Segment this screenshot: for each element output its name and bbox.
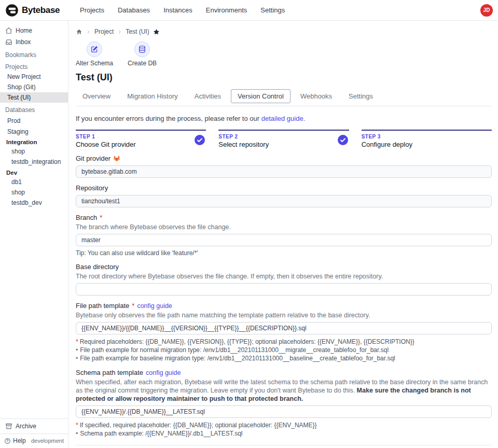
schema-path-template-help: When specified, after each migration, By… bbox=[76, 378, 492, 403]
file-path-template-notes: *Required placeholders: {{DB_NAME}}, {{V… bbox=[76, 338, 492, 362]
base-directory-help: The root directory where Bytebase observ… bbox=[76, 272, 492, 281]
nav-projects[interactable]: Projects bbox=[80, 6, 104, 14]
step-3-label: STEP 3 bbox=[362, 134, 492, 139]
git-provider-field: Git provider bbox=[76, 155, 492, 178]
sidebar-env-dev: Dev bbox=[0, 167, 68, 177]
check-circle-icon bbox=[195, 135, 205, 145]
alter-schema-button[interactable]: Alter Schema bbox=[76, 41, 113, 67]
breadcrumb: Project Test (UI) bbox=[76, 28, 492, 35]
bytebase-logo[interactable]: Bytebase bbox=[5, 4, 72, 17]
git-provider-input[interactable] bbox=[76, 165, 492, 178]
required-asterisk: * bbox=[100, 214, 102, 222]
sidebar-section-databases[interactable]: Databases bbox=[0, 103, 68, 115]
inbox-icon bbox=[5, 38, 12, 46]
main-content: Project Test (UI) Alter Schema Create DB bbox=[68, 21, 498, 447]
sidebar-item-test-ui[interactable]: Test (UI) bbox=[0, 92, 68, 103]
sidebar-section-bookmarks[interactable]: Bookmarks bbox=[0, 48, 68, 60]
edit-schema-icon bbox=[87, 41, 102, 57]
help-icon bbox=[4, 438, 11, 444]
asterisk-mark: * bbox=[76, 338, 78, 345]
file-path-template-field: File path template * config guide Byteba… bbox=[76, 302, 492, 362]
branch-input[interactable] bbox=[76, 234, 492, 246]
sidebar-item-inbox[interactable]: Inbox bbox=[0, 36, 68, 48]
branch-tip: Tip: You can also use wildcard like 'fea… bbox=[76, 249, 492, 257]
required-asterisk: * bbox=[132, 302, 134, 310]
user-avatar[interactable]: JD bbox=[480, 4, 493, 17]
gitlab-icon bbox=[113, 155, 120, 162]
error-help-notice: If you encounter errors during the proce… bbox=[76, 115, 492, 122]
step-1-title: Choose Git provider bbox=[76, 141, 206, 148]
nav-settings[interactable]: Settings bbox=[260, 6, 285, 14]
sidebar-item-home[interactable]: Home bbox=[0, 25, 68, 36]
detailed-guide-link[interactable]: detailed guide. bbox=[261, 115, 306, 122]
branch-label: Branch bbox=[76, 214, 97, 222]
step-1-label: STEP 1 bbox=[76, 134, 206, 139]
step-3-title: Configure deploy bbox=[362, 141, 492, 148]
bullet-mark: • bbox=[76, 346, 78, 354]
sidebar-db-db1[interactable]: db1 bbox=[0, 177, 68, 187]
sidebar-item-archive[interactable]: Archive bbox=[0, 419, 68, 433]
sidebar-home-label: Home bbox=[16, 27, 32, 34]
schema-path-template-notes: *If specified, required placeholder: {{D… bbox=[76, 421, 492, 438]
sidebar-db-shop-dev[interactable]: shop bbox=[0, 187, 68, 198]
file-path-example-baseline: •File path example for baseline migratio… bbox=[76, 354, 492, 362]
tab-overview[interactable]: Overview bbox=[76, 89, 117, 103]
nav-instances[interactable]: Instances bbox=[163, 6, 192, 14]
help-button[interactable]: Help bbox=[4, 437, 26, 444]
tab-webhooks[interactable]: Webhooks bbox=[294, 89, 339, 103]
bullet-mark: • bbox=[76, 355, 78, 362]
sidebar-db-testdb-dev[interactable]: testdb_dev bbox=[0, 198, 68, 208]
file-path-template-label: File path template bbox=[76, 302, 129, 310]
quick-actions: Alter Schema Create DB bbox=[76, 41, 492, 67]
sidebar-item-new-project[interactable]: New Project bbox=[0, 72, 68, 82]
tab-bar: Overview Migration History Activities Ve… bbox=[76, 89, 492, 106]
file-path-template-input[interactable] bbox=[76, 322, 492, 334]
star-icon[interactable] bbox=[153, 29, 160, 35]
schema-path-template-input[interactable] bbox=[76, 405, 492, 418]
schema-path-example: •Schema path example: /{{ENV_NAME}}/.db1… bbox=[76, 429, 492, 438]
step-1-choose-git-provider: STEP 1 Choose Git provider bbox=[76, 130, 206, 148]
base-directory-field: Base directory The root directory where … bbox=[76, 263, 492, 296]
schema-path-required-note: *If specified, required placeholder: {{D… bbox=[76, 421, 492, 429]
base-directory-input[interactable] bbox=[76, 283, 492, 296]
sidebar-env-prod: Prod bbox=[0, 115, 68, 125]
sidebar-db-shop-integration[interactable]: shop bbox=[0, 146, 68, 157]
create-db-button[interactable]: Create DB bbox=[128, 41, 157, 67]
sidebar-db-testdb-integration[interactable]: testdb_integration bbox=[0, 157, 68, 167]
asterisk-mark: * bbox=[76, 422, 78, 429]
notice-text: If you encounter errors during the proce… bbox=[76, 115, 261, 122]
database-icon bbox=[134, 41, 150, 57]
nav-environments[interactable]: Environments bbox=[206, 6, 247, 14]
file-path-example-normal: •File path example for normal migration … bbox=[76, 346, 492, 354]
sidebar-item-shop-git[interactable]: Shop (Git) bbox=[0, 82, 68, 92]
file-path-example-baseline-text: File path example for baseline migration… bbox=[80, 355, 395, 362]
sidebar-section-projects[interactable]: Projects bbox=[0, 60, 68, 72]
archive-icon bbox=[5, 423, 12, 430]
file-path-template-help: Bytebase only observes the file path nam… bbox=[76, 311, 492, 319]
branch-help: The branch where Bytebase observes the f… bbox=[76, 223, 492, 231]
check-circle-icon bbox=[338, 135, 348, 145]
step-2-select-repository: STEP 2 Select repository bbox=[218, 130, 349, 148]
tab-activities[interactable]: Activities bbox=[188, 89, 228, 103]
schema-path-config-guide-link[interactable]: config guide bbox=[146, 369, 181, 377]
home-icon bbox=[5, 27, 12, 34]
file-path-config-guide-link[interactable]: config guide bbox=[137, 302, 172, 310]
brand-name: Bytebase bbox=[22, 5, 60, 16]
file-path-required-note: *Required placeholders: {{DB_NAME}}, {{V… bbox=[76, 338, 492, 346]
schema-path-example-text: Schema path example: /{{ENV_NAME}}/.db1_… bbox=[80, 430, 242, 437]
repository-input[interactable] bbox=[76, 195, 492, 207]
page-title: Test (UI) bbox=[76, 72, 492, 83]
git-provider-label: Git provider bbox=[76, 155, 110, 163]
nav-databases[interactable]: Databases bbox=[118, 6, 150, 14]
sidebar: Home Inbox Bookmarks Projects New Projec… bbox=[0, 21, 68, 447]
breadcrumb-project[interactable]: Project bbox=[94, 28, 114, 35]
breadcrumb-test-ui[interactable]: Test (UI) bbox=[126, 28, 149, 35]
file-path-example-normal-text: File path example for normal migration t… bbox=[80, 346, 389, 354]
breadcrumb-home-icon[interactable] bbox=[76, 29, 82, 35]
footer-divider bbox=[76, 445, 492, 445]
sidebar-env-integration: Integration bbox=[0, 136, 68, 146]
tab-migration-history[interactable]: Migration History bbox=[120, 89, 185, 103]
tab-version-control[interactable]: Version Control bbox=[231, 89, 290, 103]
tab-settings[interactable]: Settings bbox=[342, 89, 380, 103]
create-db-label: Create DB bbox=[128, 60, 157, 67]
